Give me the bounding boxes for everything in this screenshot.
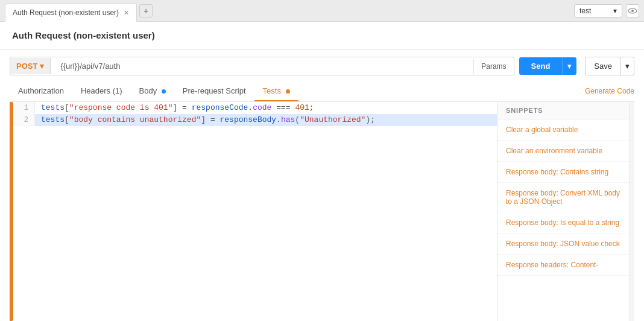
save-button-group: Save ▾ [585,57,634,75]
snippet-item-2[interactable]: Response body: Contains string [497,162,630,183]
request-tabs: Authorization Headers (1) Body Pre-reque… [10,81,634,101]
tab-tests[interactable]: Tests [254,81,298,101]
tests-dot-icon [286,89,290,94]
env-selector: test ▾ [574,4,639,17]
environment-dropdown[interactable]: test ▾ [574,4,622,17]
code-line-2: 2 tests["body contains unauthorized"] = … [13,114,497,126]
snippet-item-6[interactable]: Response headers: Content- [497,255,630,276]
request-tab[interactable]: Auth Request (non-existent user) ✕ [5,4,137,22]
snippet-item-1[interactable]: Clear an environment variable [497,141,630,162]
env-value: test [579,7,591,15]
params-button[interactable]: Params [473,59,513,74]
snippets-panel: SNIPPETS Clear a global variable Clear a… [497,102,630,321]
app-body: Auth Request (non-existent user) POST ▾ … [0,22,644,321]
tab-close-icon[interactable]: ✕ [124,9,129,17]
method-dropdown[interactable]: POST ▾ [10,58,51,74]
url-bar: POST ▾ Params [10,57,514,75]
add-icon: + [144,6,148,16]
code-editor[interactable]: 1 tests["response code is 401"] = respon… [13,102,497,321]
snippet-item-0[interactable]: Clear a global variable [497,119,630,141]
send-chevron-icon: ▾ [567,62,572,71]
tab-prerequest[interactable]: Pre-request Script [174,81,254,101]
tab-authorization[interactable]: Authorization [10,81,72,101]
method-label: POST [16,62,37,71]
snippets-header: SNIPPETS [497,102,630,119]
send-dropdown-button[interactable]: ▾ [562,57,576,75]
snippet-item-4[interactable]: Response body: Is equal to a string [497,212,630,234]
url-bar-wrapper: POST ▾ Params Send ▾ Save ▾ [10,57,634,75]
save-dropdown-button[interactable]: ▾ [621,57,634,75]
tab-body[interactable]: Body [131,81,174,101]
tab-headers-label: Headers (1) [81,86,122,95]
tab-tests-label: Tests [263,86,281,95]
add-tab-button[interactable]: + [139,4,153,17]
line-number-1: 1 [13,102,35,114]
line-number-2: 2 [13,114,35,126]
preview-button[interactable] [626,4,639,17]
snippet-item-5[interactable]: Response body: JSON value check [497,234,630,255]
save-button[interactable]: Save [585,57,621,75]
svg-point-1 [631,10,634,12]
chevron-down-icon: ▾ [613,7,617,15]
tab-headers[interactable]: Headers (1) [72,81,131,101]
scrollbar[interactable] [630,102,634,321]
request-section: POST ▾ Params Send ▾ Save ▾ [0,49,644,321]
editor-snippets-section: 1 tests["response code is 401"] = respon… [10,101,634,321]
request-title-section: Auth Request (non-existent user) [0,22,644,49]
send-button-group: Send ▾ [519,57,577,75]
tab-prerequest-label: Pre-request Script [183,86,246,95]
tab-body-label: Body [139,86,157,95]
line-code-1: tests["response code is 401"] = response… [35,102,314,114]
tab-authorization-label: Authorization [18,86,64,95]
request-title: Auth Request (non-existent user) [12,30,155,40]
eye-icon [628,6,637,16]
save-chevron-icon: ▾ [625,62,630,71]
body-dot-icon [162,89,166,94]
send-button[interactable]: Send [519,57,563,75]
method-chevron-icon: ▾ [40,62,44,71]
generate-code-button[interactable]: Generate Code [585,82,634,100]
tab-bar: Auth Request (non-existent user) ✕ + tes… [0,0,644,22]
snippet-item-3[interactable]: Response body: Convert XML body to a JSO… [497,183,630,212]
line-code-2: tests["body contains unauthorized"] = re… [35,114,375,126]
code-line-1: 1 tests["response code is 401"] = respon… [13,102,497,114]
url-input[interactable] [55,57,469,75]
tab-label: Auth Request (non-existent user) [13,8,119,17]
